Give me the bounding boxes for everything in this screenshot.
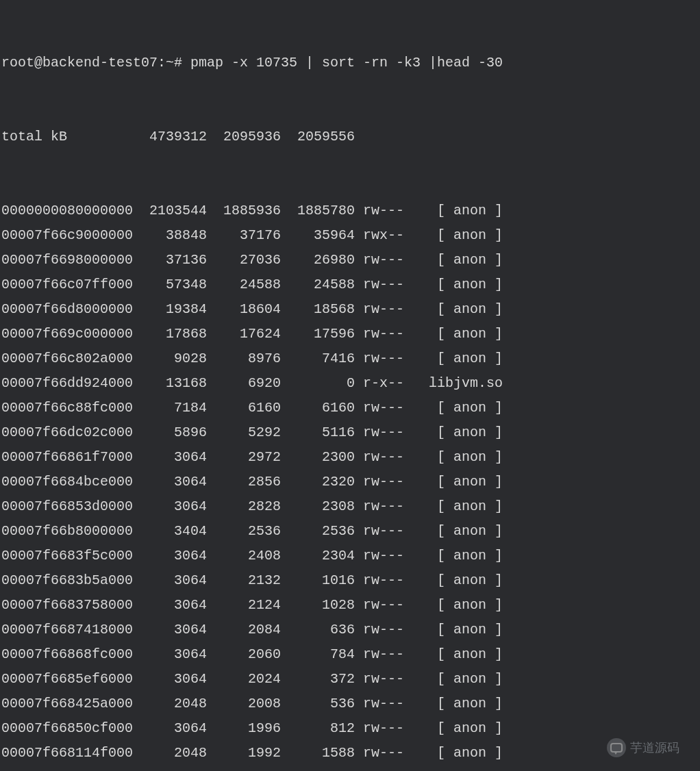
memory-map-row: 00007f6683758000 3064 2124 1028 rw--- [ … — [1, 593, 700, 618]
memory-map-row: 00007f6683f5c000 3064 2408 2304 rw--- [ … — [1, 544, 700, 568]
memory-map-row: 00007f66b8000000 3404 2536 2536 rw--- [ … — [1, 519, 700, 544]
memory-map-row: 00007f66d8000000 19384 18604 18568 rw---… — [1, 297, 700, 322]
memory-map-row: 00007f66c07ff000 57348 24588 24588 rw---… — [1, 273, 700, 297]
memory-map-row: 00007f6685ef6000 3064 2024 372 rw--- [ a… — [1, 667, 700, 692]
memory-map-row: 00007f66c802a000 9028 8976 7416 rw--- [ … — [1, 346, 700, 371]
memory-map-row: 0000000080000000 2103544 1885936 1885780… — [1, 199, 700, 223]
total-line: total kB 4739312 2095936 2059556 — [1, 125, 700, 149]
memory-map-row: 00007f66c88fc000 7184 6160 6160 rw--- [ … — [1, 396, 700, 420]
memory-map-row: 00007f66c9000000 38848 37176 35964 rwx--… — [1, 223, 700, 248]
prompt-line: root@backend-test07:~# pmap -x 10735 | s… — [1, 51, 700, 75]
shell-command: pmap -x 10735 | sort -rn -k3 |head -30 — [190, 55, 503, 71]
memory-map-row: 00007f6687418000 3064 2084 636 rw--- [ a… — [1, 618, 700, 642]
watermark: 芋道源码 — [607, 737, 679, 759]
memory-map-row: 00007f669c000000 17868 17624 17596 rw---… — [1, 322, 700, 346]
memory-map-row: 00007f66850cf000 3064 1996 812 rw--- [ a… — [1, 716, 700, 741]
watermark-text: 芋道源码 — [630, 737, 679, 759]
memory-map-row: 00007f668114f000 2048 1992 1588 rw--- [ … — [1, 741, 700, 766]
memory-map-rows: 0000000080000000 2103544 1885936 1885780… — [1, 199, 700, 771]
memory-map-row: 00007f66dd924000 13168 6920 0 r-x-- libj… — [1, 371, 700, 396]
memory-map-row: 00007f6683b5a000 3064 2132 1016 rw--- [ … — [1, 568, 700, 593]
shell-prompt: root@backend-test07:~# — [1, 55, 190, 71]
wechat-icon — [607, 738, 626, 757]
memory-map-row: 00007f6698000000 37136 27036 26980 rw---… — [1, 248, 700, 273]
memory-map-row: 00007f66861f7000 3064 2972 2300 rw--- [ … — [1, 445, 700, 470]
memory-map-row: 00007f66853d0000 3064 2828 2308 rw--- [ … — [1, 494, 700, 519]
memory-map-row: 00007f66848c5000 2048 1976 492 rw--- [ a… — [1, 766, 700, 771]
memory-map-row: 00007f6684bce000 3064 2856 2320 rw--- [ … — [1, 470, 700, 494]
memory-map-row: 00007f66868fc000 3064 2060 784 rw--- [ a… — [1, 642, 700, 667]
memory-map-row: 00007f66dc02c000 5896 5292 5116 rw--- [ … — [1, 420, 700, 445]
terminal-output[interactable]: root@backend-test07:~# pmap -x 10735 | s… — [0, 0, 700, 771]
memory-map-row: 00007f668425a000 2048 2008 536 rw--- [ a… — [1, 692, 700, 716]
